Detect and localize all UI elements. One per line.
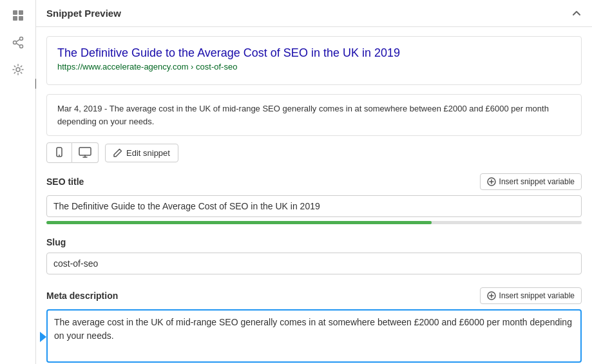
seo-title-input[interactable] [46, 195, 582, 217]
meta-description-section: Meta description Insert snippet variable [46, 287, 582, 364]
meta-description-arrow-indicator [40, 332, 46, 342]
meta-description-insert-variable-button[interactable]: Insert snippet variable [480, 287, 582, 304]
svg-point-11 [59, 155, 60, 156]
edit-snippet-label: Edit snippet [126, 148, 170, 158]
svg-rect-0 [13, 10, 17, 15]
svg-rect-2 [13, 16, 17, 21]
seo-title-label: SEO title [46, 177, 84, 187]
slug-input[interactable] [46, 253, 582, 274]
snippet-preview-card: The Definitive Guide to the Average Cost… [46, 36, 582, 85]
snippet-date: Mar 4, 2019 [57, 104, 102, 113]
svg-rect-12 [79, 148, 91, 155]
slug-section: Slug [46, 237, 582, 274]
svg-point-6 [19, 45, 23, 48]
slug-label: Slug [46, 237, 66, 247]
sidebar [0, 0, 36, 364]
seo-title-header: SEO title Insert snippet variable [46, 173, 582, 190]
snippet-url: https://www.accelerate-agency.com › cost… [57, 62, 571, 72]
collapse-button[interactable] [571, 8, 582, 19]
edit-snippet-button[interactable]: Edit snippet [105, 144, 178, 162]
snippet-description-text: - The average cost in the UK of mid-rang… [57, 104, 549, 126]
main-panel: Snippet Preview The Definitive Guide to … [36, 0, 592, 364]
slug-header: Slug [46, 237, 582, 247]
mobile-device-button[interactable] [46, 142, 72, 163]
snippet-title-link[interactable]: The Definitive Guide to the Average Cost… [57, 46, 571, 61]
snippet-description-card: Mar 4, 2019 - The average cost in the UK… [46, 94, 582, 136]
meta-description-textarea[interactable] [46, 309, 582, 363]
svg-line-8 [16, 43, 20, 46]
meta-description-insert-variable-label: Insert snippet variable [499, 291, 575, 300]
svg-line-7 [16, 39, 20, 42]
seo-title-progress-track [46, 221, 582, 224]
seo-title-progress-fill [46, 221, 432, 224]
meta-description-header: Meta description Insert snippet variable [46, 287, 582, 304]
svg-point-9 [16, 68, 20, 72]
desktop-device-button[interactable] [72, 142, 99, 163]
svg-point-4 [19, 37, 23, 41]
seo-title-section: SEO title Insert snippet variable [46, 173, 582, 224]
svg-point-5 [13, 41, 16, 44]
meta-description-input-wrapper [46, 309, 582, 364]
settings-icon-button[interactable] [4, 57, 32, 82]
panel-title: Snippet Preview [46, 8, 121, 19]
svg-rect-3 [19, 16, 23, 21]
seo-title-insert-variable-label: Insert snippet variable [499, 177, 575, 186]
seo-title-insert-variable-button[interactable]: Insert snippet variable [480, 173, 582, 190]
svg-rect-1 [19, 10, 23, 15]
share-icon-button[interactable] [4, 30, 32, 55]
panel-header: Snippet Preview [36, 0, 592, 27]
grid-icon-button[interactable] [4, 3, 32, 28]
meta-description-label: Meta description [46, 291, 118, 301]
snippet-toolbar: Edit snippet [46, 142, 582, 163]
